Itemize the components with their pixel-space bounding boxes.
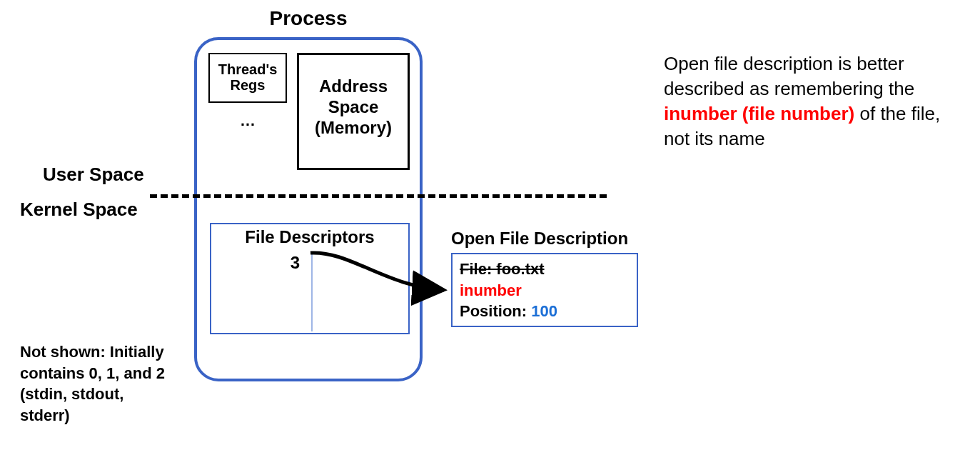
thread-ellipsis: …	[208, 111, 287, 130]
thread-regs-l1: Thread's	[218, 61, 278, 77]
note-l1: Not shown: Initially	[20, 343, 164, 361]
footnote: Not shown: Initially contains 0, 1, and …	[20, 341, 206, 426]
ofd-position-line: Position: 100	[460, 301, 630, 322]
explain-red: inumber (file number)	[664, 103, 854, 124]
process-title: Process	[194, 7, 423, 30]
file-descriptors-title: File Descriptors	[211, 227, 408, 247]
explanation-text: Open file description is better describe…	[664, 51, 964, 151]
thread-regs-box: Thread's Regs	[208, 53, 287, 103]
address-space-box: Address Space (Memory)	[297, 53, 410, 170]
diagram-stage: Process Thread's Regs … Address Space (M…	[0, 0, 980, 450]
thread-regs-l2: Regs	[231, 77, 266, 93]
user-space-label: User Space	[43, 164, 144, 186]
fd-to-ofd-arrow	[307, 247, 457, 304]
ofd-position-label: Position:	[460, 302, 531, 320]
ofd-position-value: 100	[531, 302, 557, 320]
explain-pre: Open file description is better describe…	[664, 53, 914, 99]
note-l3: (stdin, stdout,	[20, 385, 123, 403]
ofd-file-line: File: foo.txt	[460, 259, 630, 280]
note-l4: stderr)	[20, 406, 70, 424]
note-l2: contains 0, 1, and 2	[20, 364, 165, 382]
open-file-description-box: File: foo.txt inumber Position: 100	[451, 253, 638, 327]
addr-l2: Space	[328, 97, 379, 116]
space-divider	[150, 194, 607, 198]
kernel-space-label: Kernel Space	[20, 199, 138, 221]
open-file-description-title: Open File Description	[451, 229, 628, 249]
file-descriptor-number: 3	[211, 253, 310, 273]
process-box: Thread's Regs … Address Space (Memory) F…	[194, 37, 423, 381]
addr-l1: Address	[319, 76, 388, 96]
addr-l3: (Memory)	[315, 118, 392, 137]
ofd-inumber-line: inumber	[460, 280, 630, 301]
